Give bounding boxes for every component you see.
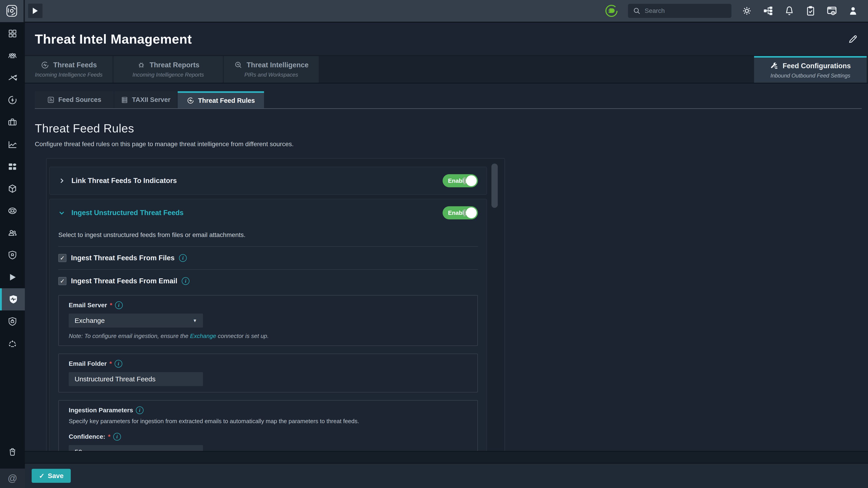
sitemap-icon[interactable] [762, 5, 774, 17]
sidebar-item-routing[interactable] [0, 67, 25, 89]
sidebar-item-data-recycle[interactable] [0, 332, 25, 355]
tab-subtitle: PIRs and Workspaces [244, 72, 298, 78]
sidebar-item-threat-intel-management[interactable] [0, 288, 25, 311]
files-checkbox[interactable]: ✓ [58, 254, 66, 262]
sidebar-item-help[interactable] [0, 200, 25, 222]
sidebar-item-widgets[interactable] [0, 156, 25, 177]
email-folder-section: Email Folder * i [58, 354, 478, 392]
notifications-bell-icon[interactable] [783, 5, 795, 17]
expand-arrow-icon [33, 8, 38, 14]
required-asterisk: * [110, 302, 112, 309]
rule-header[interactable]: Link Threat Feeds To Indicators Enabled [50, 167, 487, 194]
users-icon [7, 228, 18, 238]
tab-subtitle: Inbound Outbound Feed Settings [770, 72, 850, 79]
info-icon[interactable]: i [179, 254, 187, 262]
tasks-clipboard-icon[interactable] [805, 5, 816, 17]
required-asterisk: * [110, 360, 112, 367]
exchange-connector-link[interactable]: Exchange [190, 332, 216, 339]
app-logo[interactable] [0, 0, 25, 22]
sidebar-item-vulnerabilities[interactable] [0, 244, 25, 266]
tab-threat-reports[interactable]: Threat Reports Incoming Intelligence Rep… [114, 56, 223, 83]
info-icon[interactable]: i [182, 277, 189, 285]
feed-sources-rss-icon [47, 96, 55, 104]
sidebar-item-recycle-bin[interactable] [0, 441, 25, 463]
email-server-select[interactable]: Exchange ▼ [69, 314, 203, 328]
tab-subtitle: Incoming Intelligence Reports [132, 72, 204, 78]
save-label: Save [48, 472, 64, 480]
tab-label: Threat Intelligence [247, 61, 309, 69]
enabled-toggle[interactable]: Enabled [442, 206, 478, 219]
info-icon[interactable]: i [115, 360, 122, 367]
sidebar-item-queues[interactable] [0, 45, 25, 67]
search-input[interactable] [645, 7, 726, 14]
subtab-feed-sources[interactable]: Feed Sources [35, 91, 114, 108]
expand-sidebar-button[interactable] [28, 4, 42, 18]
rules-panel: Link Threat Feeds To Indicators Enabled [46, 158, 505, 455]
toggle-notch [463, 209, 466, 217]
rule-header[interactable]: Ingest Unstructured Threat Feeds Enabled [50, 199, 487, 226]
email-folder-input[interactable] [69, 372, 203, 386]
ingest-description: Select to ingest unstructured feeds from… [58, 226, 478, 247]
note-text: Note: To configure email ingestion, ensu… [69, 332, 190, 339]
sidebar-item-incidents[interactable] [0, 111, 25, 133]
tab-feed-configurations[interactable]: Feed Configurations Inbound Outbound Fee… [754, 56, 867, 83]
rule-title: Ingest Unstructured Threat Feeds [71, 209, 184, 217]
email-checkbox[interactable]: ✓ [58, 277, 66, 285]
save-button[interactable]: ✓ Save [32, 469, 71, 483]
info-icon[interactable]: i [115, 301, 123, 309]
toggle-knob [466, 175, 477, 186]
soar-logo-icon [5, 4, 18, 18]
main-tabs: Threat Feeds Incoming Intelligence Feeds… [25, 56, 868, 84]
rule-body: Select to ingest unstructured feeds from… [50, 226, 487, 455]
info-icon[interactable]: i [136, 406, 144, 414]
settings-gear-icon[interactable] [741, 5, 753, 17]
page-title: Threat Intel Management [35, 31, 192, 46]
sidebar-item-asset-protection[interactable] [0, 311, 25, 332]
subtab-taxii-server[interactable]: TAXII Server [114, 91, 177, 108]
people-queue-icon [7, 51, 18, 61]
sidebar-item-dashboard[interactable] [0, 23, 25, 45]
trash-recycle-bin-icon [7, 447, 18, 457]
automation-lightning-icon [7, 95, 18, 105]
rule-title: Link Threat Feeds To Indicators [71, 177, 177, 185]
edit-pencil-icon[interactable] [848, 34, 858, 44]
tab-threat-intelligence[interactable]: Threat Intelligence PIRs and Workspaces [224, 56, 319, 83]
bottom-action-bar: ✓ Save [25, 464, 868, 488]
tab-label: Threat Feeds [53, 61, 97, 69]
email-server-label: Email Server [69, 302, 107, 309]
sub-tabs: Feed Sources TAXII Server Threat Feed Ru… [35, 91, 862, 109]
sidebar-item-reports[interactable] [0, 133, 25, 156]
reports-chart-icon [7, 139, 18, 150]
shield-case-icon [7, 316, 18, 327]
checkbox-label: Ingest Threat Feeds From Files [71, 254, 175, 262]
enabled-toggle[interactable]: Enabled [442, 174, 478, 187]
scrollbar-thumb[interactable] [491, 164, 498, 208]
help-lifering-icon [7, 205, 18, 216]
applications-window-icon[interactable] [826, 5, 838, 17]
threat-feeds-icon [41, 61, 49, 69]
global-search[interactable] [628, 4, 732, 18]
at-sign-icon[interactable]: @ [8, 473, 18, 484]
subtab-label: Threat Feed Rules [198, 97, 255, 104]
threat-intelligence-icon [234, 61, 243, 69]
sidebar-item-automation[interactable] [0, 89, 25, 111]
subtab-label: Feed Sources [58, 96, 101, 103]
checkbox-label: Ingest Threat Feeds From Email [71, 277, 177, 285]
sidebar-item-solution-packs[interactable] [0, 177, 25, 200]
sidebar-item-people[interactable] [0, 222, 25, 244]
info-icon[interactable]: i [113, 433, 121, 441]
user-profile-icon[interactable] [847, 5, 859, 17]
tab-threat-feeds[interactable]: Threat Feeds Incoming Intelligence Feeds [25, 56, 113, 83]
threat-intel-shield-pulse-icon [8, 294, 19, 305]
sidebar-item-playbooks[interactable] [0, 266, 25, 288]
checkbox-row-email: ✓ Ingest Threat Feeds From Email i [58, 270, 478, 292]
ingestion-parameters-label: Ingestion Parameters [69, 407, 133, 414]
subtab-threat-feed-rules[interactable]: Threat Feed Rules [178, 91, 264, 108]
connector-health-icon[interactable] [604, 4, 618, 18]
taxii-server-icon [121, 96, 128, 104]
confidence-label: Confidence: [69, 433, 105, 440]
email-server-section: Email Server * i Exchange ▼ Note: To con… [58, 295, 478, 346]
section-description: Configure threat feed rules on this page… [35, 140, 858, 148]
tab-label: Feed Configurations [782, 62, 850, 70]
chevron-right-icon [58, 177, 65, 184]
